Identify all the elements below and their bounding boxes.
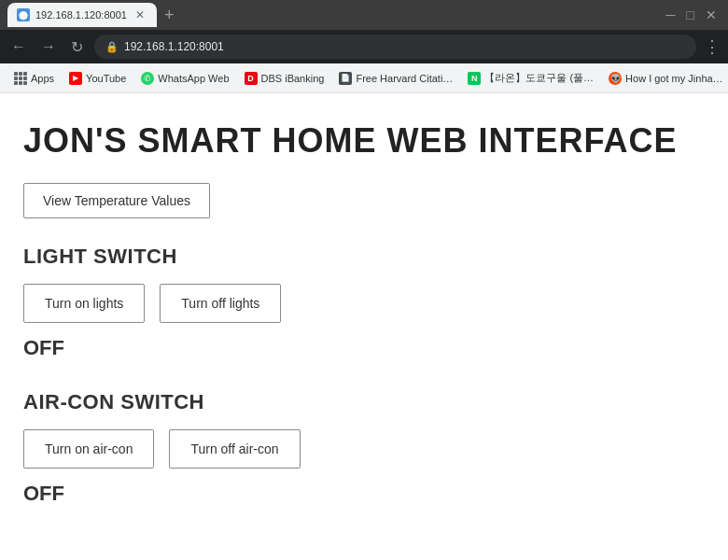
browser-tab[interactable]: ⬤ 192.168.1.120:8001 ✕: [7, 3, 157, 27]
secure-icon: 🔒: [105, 41, 119, 53]
light-switch-buttons: Turn on lights Turn off lights: [23, 284, 705, 323]
bookmark-apps-label: Apps: [31, 73, 54, 84]
maximize-button[interactable]: □: [687, 7, 694, 22]
apps-icon: [14, 72, 27, 85]
address-bar: ← → ↻ 🔒 192.168.1.120:8001 ⋮: [0, 30, 728, 63]
bookmark-whatsapp-label: WhatsApp Web: [158, 73, 229, 84]
reddit-icon: 👽: [609, 72, 622, 85]
view-temperature-button[interactable]: View Temperature Values: [23, 183, 210, 218]
bookmark-youtube[interactable]: ▶ YouTube: [63, 69, 133, 88]
whatsapp-icon: ✆: [141, 72, 154, 85]
page-title: JON'S SMART HOME WEB INTERFACE: [23, 121, 705, 161]
naver-icon: N: [468, 72, 481, 85]
youtube-icon: ▶: [69, 72, 82, 85]
aircon-switch-title: AIR-CON SWITCH: [23, 390, 705, 414]
tab-title: 192.168.1.120:8001: [35, 9, 127, 21]
bookmarks-bar: Apps ▶ YouTube ✆ WhatsApp Web D DBS iBan…: [0, 63, 728, 93]
tab-close-button[interactable]: ✕: [133, 7, 147, 22]
back-button[interactable]: ←: [7, 35, 30, 59]
harvard-icon: 📄: [339, 72, 352, 85]
turn-off-aircon-button[interactable]: Turn off air-con: [169, 429, 300, 469]
aircon-switch-section: AIR-CON SWITCH Turn on air-con Turn off …: [23, 390, 705, 506]
forward-button[interactable]: →: [37, 35, 60, 59]
page-content: JON'S SMART HOME WEB INTERFACE View Temp…: [0, 93, 728, 560]
bookmark-youtube-label: YouTube: [86, 73, 126, 84]
refresh-button[interactable]: ↻: [67, 35, 87, 60]
turn-on-lights-button[interactable]: Turn on lights: [23, 284, 145, 323]
turn-off-lights-button[interactable]: Turn off lights: [160, 284, 281, 323]
aircon-status: OFF: [23, 482, 705, 506]
bookmark-apps[interactable]: Apps: [7, 69, 61, 88]
minimize-button[interactable]: ─: [666, 7, 676, 22]
bookmark-reddit[interactable]: 👽 How I got my Jinha…: [602, 69, 728, 88]
bookmark-dbs[interactable]: D DBS iBanking: [238, 69, 331, 88]
address-input[interactable]: 🔒 192.168.1.120:8001: [94, 35, 696, 59]
more-options-button[interactable]: ⋮: [704, 36, 721, 57]
bookmark-dbs-label: DBS iBanking: [261, 73, 325, 84]
tab-favicon: ⬤: [17, 8, 30, 21]
light-switch-title: LIGHT SWITCH: [23, 245, 705, 269]
bookmark-harvard-label: Free Harvard Citati…: [356, 73, 453, 84]
light-switch-section: LIGHT SWITCH Turn on lights Turn off lig…: [23, 245, 705, 360]
browser-chrome: ⬤ 192.168.1.120:8001 ✕ + ─ □ ✕ ← → ↻ 🔒 1…: [0, 0, 728, 93]
light-status: OFF: [23, 336, 705, 360]
aircon-switch-buttons: Turn on air-con Turn off air-con: [23, 429, 705, 469]
close-window-button[interactable]: ✕: [706, 7, 717, 22]
bookmark-harvard[interactable]: 📄 Free Harvard Citati…: [332, 69, 459, 88]
address-text: 192.168.1.120:8001: [124, 40, 224, 53]
turn-on-aircon-button[interactable]: Turn on air-con: [23, 429, 154, 469]
bookmark-whatsapp[interactable]: ✆ WhatsApp Web: [134, 69, 235, 88]
dbs-icon: D: [245, 72, 258, 85]
bookmark-naver[interactable]: N 【라온】도쿄구울 (풀…: [461, 68, 600, 88]
new-tab-button[interactable]: +: [164, 6, 175, 25]
bookmark-naver-label: 【라온】도쿄구울 (풀…: [484, 71, 594, 85]
bookmark-reddit-label: How I got my Jinha…: [625, 73, 723, 84]
title-bar: ⬤ 192.168.1.120:8001 ✕ + ─ □ ✕: [0, 0, 728, 30]
